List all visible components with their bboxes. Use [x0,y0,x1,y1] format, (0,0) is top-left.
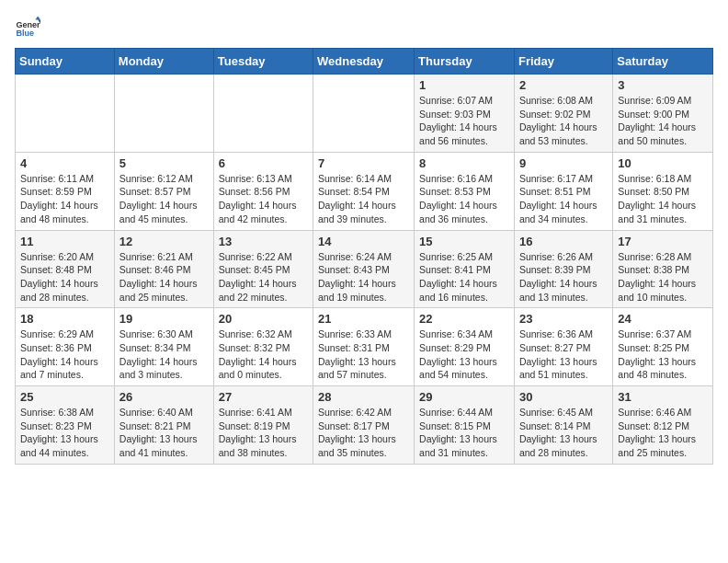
day-number: 15 [419,235,509,248]
weekday-header-saturday: Saturday [613,49,713,75]
day-number: 9 [519,156,608,170]
calendar-cell: 10Sunrise: 6:18 AM Sunset: 8:50 PM Dayli… [613,152,713,230]
day-info: Sunrise: 6:13 AM Sunset: 8:56 PM Dayligh… [219,172,308,226]
weekday-header-wednesday: Wednesday [313,49,415,75]
logo-icon: General Blue [15,15,40,40]
calendar-table: SundayMondayTuesdayWednesdayThursdayFrid… [15,48,713,465]
day-number: 21 [318,312,409,326]
day-number: 11 [20,235,109,248]
calendar-cell: 4Sunrise: 6:11 AM Sunset: 8:59 PM Daylig… [16,152,115,230]
day-info: Sunrise: 6:14 AM Sunset: 8:54 PM Dayligh… [318,172,409,226]
day-info: Sunrise: 6:18 AM Sunset: 8:50 PM Dayligh… [618,172,708,226]
calendar-cell: 2Sunrise: 6:08 AM Sunset: 9:02 PM Daylig… [514,75,612,153]
day-number: 17 [618,235,708,248]
day-number: 6 [219,156,308,170]
day-number: 10 [618,156,708,170]
calendar-cell: 6Sunrise: 6:13 AM Sunset: 8:56 PM Daylig… [213,152,313,230]
day-info: Sunrise: 6:29 AM Sunset: 8:36 PM Dayligh… [20,327,109,382]
day-number: 19 [119,312,209,326]
logo: General Blue [15,15,44,40]
calendar-cell: 23Sunrise: 6:36 AM Sunset: 8:27 PM Dayli… [514,308,612,386]
day-number: 8 [419,156,509,170]
calendar-cell [213,75,313,153]
calendar-cell: 8Sunrise: 6:16 AM Sunset: 8:53 PM Daylig… [415,152,515,230]
calendar-cell [313,75,415,153]
calendar-cell: 28Sunrise: 6:42 AM Sunset: 8:17 PM Dayli… [313,386,415,465]
day-info: Sunrise: 6:16 AM Sunset: 8:53 PM Dayligh… [419,172,509,226]
calendar-cell: 31Sunrise: 6:46 AM Sunset: 8:12 PM Dayli… [613,386,713,465]
day-info: Sunrise: 6:42 AM Sunset: 8:17 PM Dayligh… [318,406,409,460]
day-info: Sunrise: 6:45 AM Sunset: 8:14 PM Dayligh… [519,406,608,460]
day-number: 18 [20,312,109,326]
calendar-cell: 13Sunrise: 6:22 AM Sunset: 8:45 PM Dayli… [213,230,313,308]
day-info: Sunrise: 6:17 AM Sunset: 8:51 PM Dayligh… [519,172,608,226]
calendar-cell: 5Sunrise: 6:12 AM Sunset: 8:57 PM Daylig… [114,152,213,230]
day-info: Sunrise: 6:30 AM Sunset: 8:34 PM Dayligh… [119,327,209,382]
day-info: Sunrise: 6:46 AM Sunset: 8:12 PM Dayligh… [618,406,708,460]
day-info: Sunrise: 6:26 AM Sunset: 8:39 PM Dayligh… [519,250,608,304]
day-number: 29 [419,390,509,404]
day-info: Sunrise: 6:40 AM Sunset: 8:21 PM Dayligh… [119,406,209,460]
day-number: 30 [519,390,608,404]
calendar-cell: 7Sunrise: 6:14 AM Sunset: 8:54 PM Daylig… [313,152,415,230]
day-number: 13 [219,235,308,248]
calendar-cell: 16Sunrise: 6:26 AM Sunset: 8:39 PM Dayli… [514,230,612,308]
day-info: Sunrise: 6:12 AM Sunset: 8:57 PM Dayligh… [119,172,209,226]
day-info: Sunrise: 6:33 AM Sunset: 8:31 PM Dayligh… [318,327,409,382]
weekday-header-monday: Monday [114,49,213,75]
day-info: Sunrise: 6:07 AM Sunset: 9:03 PM Dayligh… [419,94,509,148]
calendar-cell: 24Sunrise: 6:37 AM Sunset: 8:25 PM Dayli… [613,308,713,386]
calendar-cell: 15Sunrise: 6:25 AM Sunset: 8:41 PM Dayli… [415,230,515,308]
calendar-cell: 19Sunrise: 6:30 AM Sunset: 8:34 PM Dayli… [114,308,213,386]
day-number: 7 [318,156,409,170]
weekday-header-tuesday: Tuesday [213,49,313,75]
day-info: Sunrise: 6:38 AM Sunset: 8:23 PM Dayligh… [20,406,109,460]
day-info: Sunrise: 6:37 AM Sunset: 8:25 PM Dayligh… [618,327,708,382]
svg-marker-2 [35,16,40,19]
day-number: 31 [618,390,708,404]
day-info: Sunrise: 6:11 AM Sunset: 8:59 PM Dayligh… [20,172,109,226]
day-number: 2 [519,78,608,92]
calendar-cell: 30Sunrise: 6:45 AM Sunset: 8:14 PM Dayli… [514,386,612,465]
day-number: 27 [219,390,308,404]
calendar-cell: 26Sunrise: 6:40 AM Sunset: 8:21 PM Dayli… [114,386,213,465]
day-info: Sunrise: 6:32 AM Sunset: 8:32 PM Dayligh… [219,327,308,382]
weekday-header-thursday: Thursday [415,49,515,75]
calendar-cell: 11Sunrise: 6:20 AM Sunset: 8:48 PM Dayli… [16,230,115,308]
calendar-cell: 12Sunrise: 6:21 AM Sunset: 8:46 PM Dayli… [114,230,213,308]
calendar-cell: 1Sunrise: 6:07 AM Sunset: 9:03 PM Daylig… [415,75,515,153]
calendar-cell: 9Sunrise: 6:17 AM Sunset: 8:51 PM Daylig… [514,152,612,230]
calendar-cell: 25Sunrise: 6:38 AM Sunset: 8:23 PM Dayli… [16,386,115,465]
day-info: Sunrise: 6:28 AM Sunset: 8:38 PM Dayligh… [618,250,708,304]
day-number: 1 [419,78,509,92]
day-number: 28 [318,390,409,404]
day-number: 23 [519,312,608,326]
day-number: 4 [20,156,109,170]
calendar-cell [114,75,213,153]
day-number: 25 [20,390,109,404]
weekday-header-friday: Friday [514,49,612,75]
day-number: 14 [318,235,409,248]
calendar-cell: 14Sunrise: 6:24 AM Sunset: 8:43 PM Dayli… [313,230,415,308]
day-number: 22 [419,312,509,326]
day-info: Sunrise: 6:08 AM Sunset: 9:02 PM Dayligh… [519,94,608,148]
day-info: Sunrise: 6:21 AM Sunset: 8:46 PM Dayligh… [119,250,209,304]
calendar-cell: 20Sunrise: 6:32 AM Sunset: 8:32 PM Dayli… [213,308,313,386]
day-info: Sunrise: 6:20 AM Sunset: 8:48 PM Dayligh… [20,250,109,304]
day-number: 12 [119,235,209,248]
calendar-cell: 18Sunrise: 6:29 AM Sunset: 8:36 PM Dayli… [16,308,115,386]
calendar-cell: 22Sunrise: 6:34 AM Sunset: 8:29 PM Dayli… [415,308,515,386]
svg-text:Blue: Blue [16,29,34,38]
header: General Blue [15,15,713,40]
day-info: Sunrise: 6:22 AM Sunset: 8:45 PM Dayligh… [219,250,308,304]
day-info: Sunrise: 6:25 AM Sunset: 8:41 PM Dayligh… [419,250,509,304]
calendar-cell: 17Sunrise: 6:28 AM Sunset: 8:38 PM Dayli… [613,230,713,308]
calendar-cell: 29Sunrise: 6:44 AM Sunset: 8:15 PM Dayli… [415,386,515,465]
calendar-cell: 3Sunrise: 6:09 AM Sunset: 9:00 PM Daylig… [613,75,713,153]
day-info: Sunrise: 6:09 AM Sunset: 9:00 PM Dayligh… [618,94,708,148]
day-number: 26 [119,390,209,404]
day-info: Sunrise: 6:24 AM Sunset: 8:43 PM Dayligh… [318,250,409,304]
day-number: 24 [618,312,708,326]
calendar-cell: 21Sunrise: 6:33 AM Sunset: 8:31 PM Dayli… [313,308,415,386]
day-number: 16 [519,235,608,248]
